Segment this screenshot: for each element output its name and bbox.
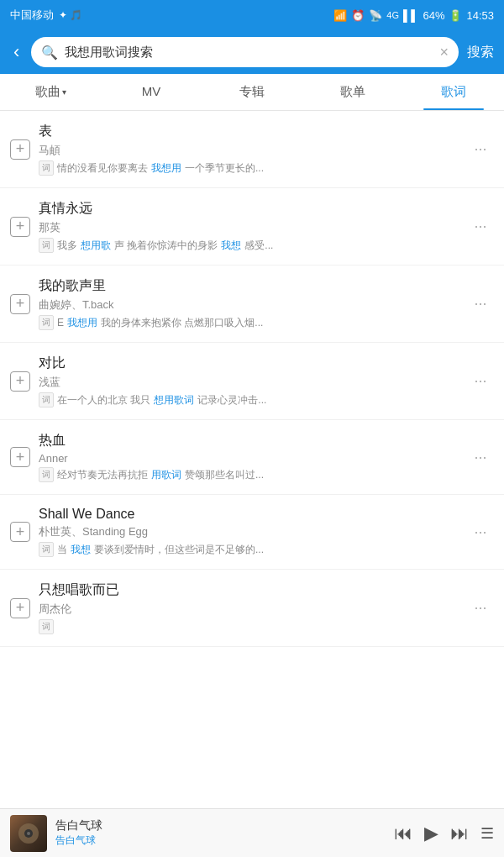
add-song-button[interactable]: + <box>10 217 30 237</box>
song-artist: 那英 <box>39 220 459 235</box>
status-left: 中国移动 ✦ 🎵 <box>10 8 82 23</box>
mobile-data-icon: 4G <box>386 10 399 20</box>
songs-tab-label: 歌曲 ▾ <box>35 84 66 100</box>
alarm-icon: ⏰ <box>351 9 365 22</box>
add-song-button[interactable]: + <box>10 522 30 542</box>
search-box: 🔍 × <box>31 37 459 67</box>
more-options-button[interactable]: ··· <box>467 595 494 622</box>
carrier-label: 中国移动 <box>10 8 54 23</box>
lyrics-tag: 词 <box>39 238 54 253</box>
search-button[interactable]: 搜索 <box>467 44 494 61</box>
more-options-button[interactable]: ··· <box>467 368 494 395</box>
signal-icon: 📶 <box>333 9 347 22</box>
song-info: 对比 浅蓝 词 在一个人的北京 我只想用歌词记录心灵冲击... <box>39 355 459 407</box>
back-button[interactable]: ‹ <box>10 41 23 63</box>
tab-songs[interactable]: 歌曲 ▾ <box>0 74 101 110</box>
song-item: + 对比 浅蓝 词 在一个人的北京 我只想用歌词记录心灵冲击... ··· <box>0 343 504 420</box>
battery-level: 64% <box>423 9 444 22</box>
song-artist: Anner <box>39 452 459 465</box>
signal-bars-icon: ▌▌ <box>403 9 418 22</box>
status-bar: 中国移动 ✦ 🎵 📶 ⏰ 📡 4G ▌▌ 64% 🔋 14:53 <box>0 0 504 30</box>
carrier-icon: ✦ 🎵 <box>59 9 82 21</box>
song-artist: 曲婉婷、T.back <box>39 297 459 313</box>
song-info: 我的歌声里 曲婉婷、T.back 词 E 我想用我的身体来抱紧你 点燃那口吸入烟… <box>39 277 459 330</box>
song-info: 表 马頔 词 情的没看见你要离去 我想用一个季节更长的... <box>39 123 459 176</box>
add-song-button[interactable]: + <box>10 294 30 314</box>
tab-playlist[interactable]: 歌单 <box>302 74 403 110</box>
song-title[interactable]: 表 <box>39 123 459 140</box>
header: ‹ 🔍 × 搜索 <box>0 30 504 74</box>
song-item: + Shall We Dance 朴世英、Standing Egg 词 当我想要… <box>0 495 504 570</box>
song-list: + 表 马頔 词 情的没看见你要离去 我想用一个季节更长的... ··· + 真… <box>0 111 504 696</box>
song-title[interactable]: 对比 <box>39 355 459 372</box>
lyrics-tag: 词 <box>39 619 54 634</box>
song-lyrics: 词 <box>39 619 459 634</box>
song-artist: 马頔 <box>39 143 459 158</box>
tab-mv[interactable]: MV <box>101 74 202 110</box>
add-song-button[interactable]: + <box>10 371 30 392</box>
more-options-button[interactable]: ··· <box>467 518 494 545</box>
song-artist: 周杰伦 <box>39 602 459 617</box>
song-artist: 朴世英、Standing Egg <box>39 524 459 539</box>
song-title[interactable]: 真情永远 <box>39 200 459 218</box>
more-options-button[interactable]: ··· <box>467 213 494 240</box>
song-info: Shall We Dance 朴世英、Standing Egg 词 当我想要谈到… <box>39 507 459 557</box>
dropdown-arrow-icon: ▾ <box>62 87 66 97</box>
song-artist: 浅蓝 <box>39 375 459 390</box>
wifi-icon: 📡 <box>369 9 382 22</box>
song-info: 真情永远 那英 词 我多想用歌声 挽着你惊涛中的身影 我想感受... <box>39 200 459 253</box>
add-song-button[interactable]: + <box>10 447 30 467</box>
search-icon: 🔍 <box>41 45 58 60</box>
more-options-button[interactable]: ··· <box>467 444 494 471</box>
song-lyrics: 词 我多想用歌声 挽着你惊涛中的身影 我想感受... <box>39 238 459 253</box>
add-song-button[interactable]: + <box>10 139 30 160</box>
add-song-button[interactable]: + <box>10 598 30 618</box>
song-info: 热血 Anner 词 经对节奏无法再抗拒 用歌词赞颂那些名叫过... <box>39 432 459 482</box>
song-item: + 表 马頔 词 情的没看见你要离去 我想用一个季节更长的... ··· <box>0 111 504 188</box>
song-item: + 热血 Anner 词 经对节奏无法再抗拒 用歌词赞颂那些名叫过... ··· <box>0 420 504 495</box>
song-title[interactable]: Shall We Dance <box>39 507 459 522</box>
song-lyrics: 词 当我想要谈到爱情时，但这些词是不足够的... <box>39 542 459 557</box>
song-title[interactable]: 我的歌声里 <box>39 277 459 295</box>
clear-button[interactable]: × <box>439 45 449 60</box>
battery-icon: 🔋 <box>449 9 462 22</box>
time-label: 14:53 <box>466 9 494 22</box>
lyrics-tag: 词 <box>39 467 54 482</box>
search-input[interactable] <box>65 45 433 60</box>
lyrics-tag: 词 <box>39 392 54 407</box>
song-item: + 我的歌声里 曲婉婷、T.back 词 E 我想用我的身体来抱紧你 点燃那口吸… <box>0 266 504 343</box>
song-title[interactable]: 热血 <box>39 432 459 450</box>
song-info: 只想唱歌而已 周杰伦 词 <box>39 581 459 634</box>
lyrics-tag: 词 <box>39 160 54 176</box>
song-lyrics: 词 情的没看见你要离去 我想用一个季节更长的... <box>39 160 459 176</box>
more-options-button[interactable]: ··· <box>467 136 494 163</box>
tab-album[interactable]: 专辑 <box>202 74 302 110</box>
more-options-button[interactable]: ··· <box>467 291 494 318</box>
song-lyrics: 词 在一个人的北京 我只想用歌词记录心灵冲击... <box>39 392 459 407</box>
song-title[interactable]: 只想唱歌而已 <box>39 581 459 599</box>
tab-bar: 歌曲 ▾ MV 专辑 歌单 歌词 <box>0 74 504 111</box>
tab-lyrics[interactable]: 歌词 <box>403 74 504 110</box>
lyrics-tag: 词 <box>39 542 54 557</box>
song-lyrics: 词 经对节奏无法再抗拒 用歌词赞颂那些名叫过... <box>39 467 459 482</box>
song-item: + 真情永远 那英 词 我多想用歌声 挽着你惊涛中的身影 我想感受... ··· <box>0 188 504 266</box>
status-right: 📶 ⏰ 📡 4G ▌▌ 64% 🔋 14:53 <box>333 9 494 22</box>
lyrics-tag: 词 <box>39 315 54 330</box>
song-item: + 只想唱歌而已 周杰伦 词 ··· <box>0 570 504 647</box>
song-lyrics: 词 E 我想用我的身体来抱紧你 点燃那口吸入烟... <box>39 315 459 330</box>
